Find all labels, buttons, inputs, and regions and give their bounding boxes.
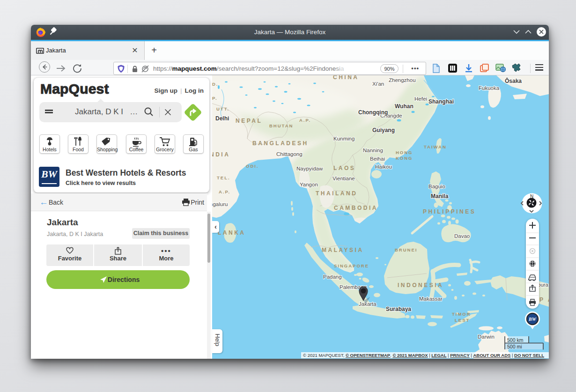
svg-text:BHUTAN: BHUTAN — [269, 123, 293, 128]
svg-text:Vientiane: Vientiane — [332, 176, 355, 181]
svg-text:LANKA: LANKA — [218, 229, 246, 236]
svg-text:BANGLADESH: BANGLADESH — [252, 140, 309, 147]
svg-text:SINGAPORE: SINGAPORE — [334, 263, 369, 268]
svg-text:KONG: KONG — [396, 155, 413, 161]
svg-text:P.: P. — [212, 96, 218, 101]
svg-text:TEL.: TEL. — [217, 175, 230, 180]
svg-text:Naypyidaw: Naypyidaw — [296, 166, 323, 171]
svg-text:Makassar: Makassar — [419, 296, 443, 302]
svg-text:Kunming: Kunming — [333, 136, 354, 141]
svg-text:Bengaluru: Bengaluru — [212, 201, 228, 207]
svg-text:D.: D. — [212, 81, 219, 87]
svg-text:Wuhan: Wuhan — [395, 103, 414, 110]
svg-text:NEPAL: NEPAL — [236, 118, 262, 124]
svg-text:A.P.: A.P. — [299, 118, 311, 123]
svg-text:Chittagong: Chittagong — [276, 151, 303, 157]
svg-text:Guiyang: Guiyang — [372, 127, 395, 133]
svg-text:MALAYSIA: MALAYSIA — [322, 247, 364, 253]
svg-text:BW: BW — [528, 317, 537, 322]
svg-text:INDONESIA: INDONESIA — [398, 282, 443, 288]
svg-text:THAILAND: THAILAND — [316, 190, 357, 197]
svg-text:TAIWAN: TAIWAN — [424, 144, 447, 149]
svg-text:A.P.: A.P. — [219, 189, 230, 194]
svg-text:LEST: LEST — [455, 318, 470, 323]
svg-text:Ōsaka: Ōsaka — [505, 78, 522, 84]
svg-text:Shanghai: Shanghai — [428, 98, 454, 105]
svg-text:Xi'an: Xi'an — [372, 81, 384, 87]
svg-text:CHINA: CHINA — [333, 75, 359, 81]
svg-text:Nanning: Nanning — [363, 148, 383, 153]
svg-text:Manila: Manila — [431, 193, 449, 200]
svg-text:Darwin: Darwin — [478, 334, 495, 340]
svg-text:TIMOR: TIMOR — [452, 311, 471, 317]
svg-text:pura: pura — [538, 282, 549, 288]
svg-text:© 2021 MAPQUEST, © OPENSTREETM: © 2021 MAPQUEST, © OPENSTREETMAP, © 2021… — [303, 353, 544, 358]
svg-text:Baguio: Baguio — [428, 184, 445, 189]
svg-text:Hefei: Hefei — [414, 96, 427, 102]
svg-text:Zhengzhou: Zhengzhou — [389, 77, 416, 83]
svg-text:LAOS: LAOS — [333, 165, 355, 171]
svg-text:ODI.: ODI. — [246, 163, 259, 169]
svg-text:PHILIPPINES: PHILIPPINES — [423, 208, 476, 215]
svg-text:500 km: 500 km — [507, 337, 524, 343]
svg-text:Jakarta: Jakarta — [359, 301, 377, 307]
svg-text:P A: P A — [539, 296, 549, 303]
svg-text:500 mi: 500 mi — [507, 344, 522, 349]
svg-text:Delhi: Delhi — [215, 115, 229, 122]
svg-text:Chongqing: Chongqing — [358, 109, 388, 116]
svg-text:UTT.: UTT. — [216, 106, 229, 111]
svg-text:Yangon: Yangon — [300, 182, 318, 187]
svg-text:Davao: Davao — [454, 233, 470, 239]
svg-text:Fukuoka: Fukuoka — [479, 85, 500, 91]
svg-text:HONG: HONG — [396, 150, 413, 155]
svg-text:Surabaya: Surabaya — [386, 306, 411, 312]
svg-text:NDIA: NDIA — [212, 151, 230, 158]
svg-text:Beihai: Beihai — [370, 156, 385, 162]
svg-text:CAMBODIA: CAMBODIA — [334, 205, 378, 211]
svg-text:BRUNEI: BRUNEI — [395, 247, 417, 252]
svg-text:Padang: Padang — [323, 274, 342, 280]
svg-text:Haikou: Haikou — [375, 164, 392, 170]
